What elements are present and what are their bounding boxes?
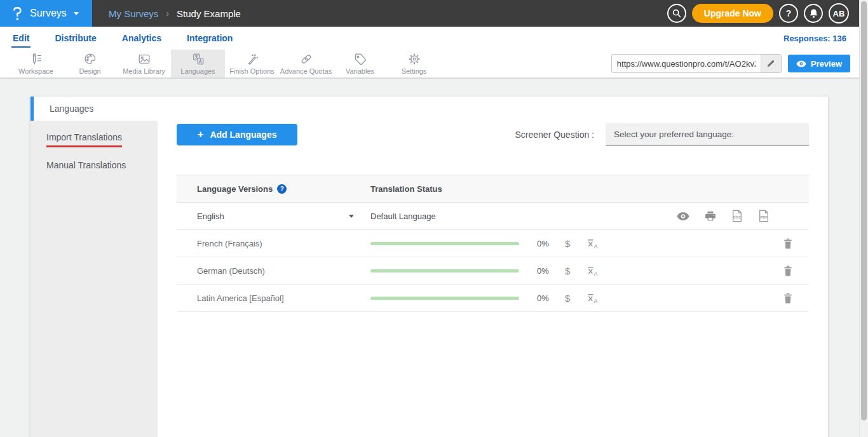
eye-icon bbox=[677, 212, 689, 220]
trash-icon bbox=[783, 238, 792, 249]
actions-row: + Add Languages Screener Question : Sele… bbox=[177, 123, 809, 146]
delete-language-button[interactable] bbox=[783, 293, 792, 304]
question-mark-icon: ? bbox=[786, 8, 792, 18]
eye-icon bbox=[796, 60, 806, 67]
export-pdf-button[interactable]: PDF bbox=[758, 210, 770, 222]
translate-icon: A bbox=[587, 238, 599, 249]
bell-icon bbox=[809, 8, 818, 18]
help-circle-icon[interactable]: ? bbox=[277, 184, 287, 194]
translate-icon: A bbox=[587, 293, 599, 304]
translation-percent: 0% bbox=[537, 266, 556, 276]
questionpro-logo-icon bbox=[10, 6, 24, 21]
add-languages-button[interactable]: + Add Languages bbox=[177, 124, 297, 145]
screener-question-label: Screener Question : bbox=[515, 130, 594, 140]
breadcrumb-my-surveys[interactable]: My Surveys bbox=[109, 8, 158, 19]
svg-text:DOC: DOC bbox=[733, 215, 741, 219]
translation-progress-bar bbox=[370, 297, 519, 300]
tag-icon bbox=[353, 52, 368, 66]
avatar[interactable]: AB bbox=[829, 3, 849, 24]
toolbar-item-finish-options[interactable]: Finish Options bbox=[225, 50, 279, 77]
language-dropdown-caret-icon[interactable] bbox=[349, 215, 354, 218]
col-language-versions: Language Versions bbox=[197, 184, 273, 194]
printer-icon bbox=[705, 211, 716, 222]
notifications-button[interactable] bbox=[804, 4, 823, 23]
toolbar-item-settings[interactable]: Settings bbox=[387, 50, 441, 77]
product-name: Surveys bbox=[30, 8, 67, 19]
auto-translate-button[interactable]: A bbox=[587, 266, 599, 276]
main-area: Languages Import Translations Manual Tra… bbox=[0, 79, 868, 437]
surveys-menu[interactable]: Surveys bbox=[0, 0, 92, 27]
survey-url-input[interactable] bbox=[612, 59, 761, 69]
table-row-language: Latin America [Español] 0% $ A bbox=[177, 285, 809, 312]
scrollbar-thumb[interactable] bbox=[861, 1, 867, 420]
toolbar-item-workspace[interactable]: Workspace bbox=[9, 50, 63, 77]
pencil-icon bbox=[766, 59, 775, 68]
languages-icon bbox=[191, 52, 206, 66]
languages-panel: Languages Import Translations Manual Tra… bbox=[31, 97, 828, 437]
design-palette-icon bbox=[83, 52, 98, 66]
translation-percent: 0% bbox=[537, 293, 556, 303]
chevron-down-icon bbox=[74, 12, 79, 15]
print-button[interactable] bbox=[705, 211, 716, 222]
help-button[interactable]: ? bbox=[779, 4, 798, 23]
toolbar-item-advance-quotas[interactable]: Advance Quotas bbox=[279, 50, 333, 77]
toolbar-right: Preview bbox=[611, 50, 868, 77]
scrollbar[interactable] bbox=[859, 0, 868, 437]
delete-language-button[interactable] bbox=[783, 238, 792, 249]
toolbar-item-variables[interactable]: Variables bbox=[333, 50, 387, 77]
survey-url-box bbox=[611, 54, 782, 73]
tab-distribute[interactable]: Distribute bbox=[53, 29, 97, 48]
top-bar: Surveys My Surveys › Study Example Upgra… bbox=[0, 0, 868, 27]
auto-translate-button[interactable]: A bbox=[587, 293, 599, 304]
tab-edit[interactable]: Edit bbox=[11, 29, 31, 48]
languages-content: + Add Languages Screener Question : Sele… bbox=[158, 97, 828, 312]
doc-file-icon: DOC bbox=[731, 210, 743, 222]
table-row-language: French (Français) 0% $ A bbox=[177, 230, 809, 257]
media-library-icon bbox=[137, 52, 152, 66]
workspace-icon bbox=[29, 52, 44, 66]
tab-integration[interactable]: Integration bbox=[186, 29, 234, 48]
auto-translate-button[interactable]: A bbox=[587, 238, 599, 249]
default-language-name: English bbox=[197, 212, 224, 221]
chain-link-icon bbox=[299, 52, 314, 66]
edit-url-button[interactable] bbox=[761, 55, 781, 72]
svg-text:PDF: PDF bbox=[760, 215, 768, 219]
toolbar-item-media-library[interactable]: Media Library bbox=[117, 50, 171, 77]
responses-count[interactable]: Responses: 136 bbox=[783, 34, 846, 43]
translation-progress-bar bbox=[370, 242, 519, 245]
language-name: Latin America [Español] bbox=[197, 293, 284, 303]
tab-analytics[interactable]: Analytics bbox=[121, 29, 163, 48]
paid-translation-button[interactable]: $ bbox=[565, 266, 570, 276]
default-language-status: Default Language bbox=[370, 212, 436, 221]
pdf-file-icon: PDF bbox=[758, 210, 770, 222]
view-survey-button[interactable] bbox=[677, 212, 689, 220]
translate-icon: A bbox=[587, 266, 599, 276]
svg-text:A: A bbox=[594, 243, 598, 248]
table-row-default-language: English Default Language bbox=[177, 203, 809, 230]
upgrade-now-button[interactable]: Upgrade Now bbox=[692, 4, 773, 23]
trash-icon bbox=[783, 293, 792, 304]
col-translation-status: Translation Status bbox=[370, 184, 442, 194]
paid-translation-button[interactable]: $ bbox=[565, 238, 570, 249]
breadcrumb-separator: › bbox=[166, 8, 169, 18]
paid-translation-button[interactable]: $ bbox=[565, 293, 570, 304]
magic-wand-icon bbox=[245, 52, 260, 66]
delete-language-button[interactable] bbox=[783, 266, 792, 276]
table-header-row: Language Versions ? Translation Status bbox=[177, 175, 809, 203]
section-tabs: Edit Distribute Analytics Integration Re… bbox=[0, 27, 868, 50]
preview-button[interactable]: Preview bbox=[788, 55, 850, 72]
screener-question-select[interactable]: Select your preferred language: bbox=[606, 123, 809, 146]
toolbar-item-design[interactable]: Design bbox=[63, 50, 117, 77]
screener-question: Screener Question : Select your preferre… bbox=[515, 123, 809, 146]
breadcrumb-current: Study Example bbox=[177, 8, 241, 19]
breadcrumb: My Surveys › Study Example bbox=[109, 8, 241, 19]
export-doc-button[interactable]: DOC bbox=[731, 210, 743, 222]
svg-text:A: A bbox=[594, 270, 598, 276]
sidebar-item-manual-translations[interactable]: Manual Translations bbox=[46, 160, 158, 175]
toolbar-item-languages[interactable]: Languages bbox=[171, 50, 225, 77]
search-button[interactable] bbox=[667, 4, 686, 23]
language-versions-table: Language Versions ? Translation Status E… bbox=[177, 175, 809, 312]
side-nav-body: Import Translations Manual Translations bbox=[31, 121, 158, 437]
gear-icon bbox=[407, 52, 422, 66]
sidebar-item-import-translations[interactable]: Import Translations bbox=[46, 132, 158, 147]
